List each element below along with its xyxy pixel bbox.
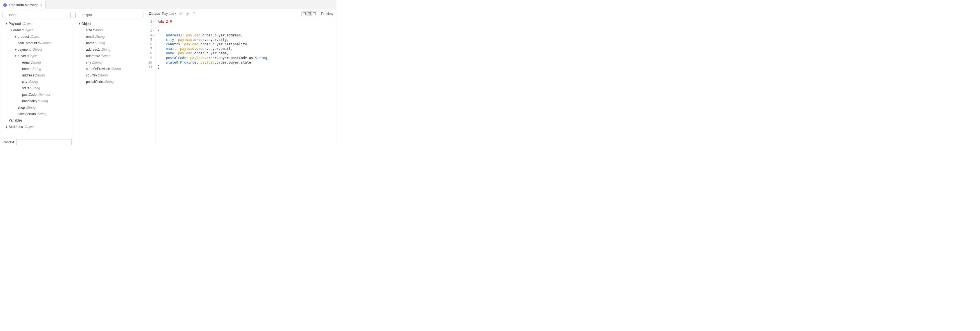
preview-button[interactable]: Preview	[321, 12, 333, 16]
payload-dropdown-label: Payload	[162, 12, 174, 16]
tree-row[interactable]: city : String	[73, 59, 146, 65]
line-number: 9	[148, 56, 155, 60]
tree-row[interactable]: item_amount : Number	[0, 40, 73, 46]
code-line[interactable]: %dw 2.0	[158, 19, 269, 24]
view-mode-group	[301, 11, 317, 16]
token-punc: .order.buyer.city,	[192, 38, 229, 42]
token-key: country	[166, 42, 180, 46]
fold-icon[interactable]: ⊖	[153, 33, 155, 37]
code-line[interactable]: address1: payload.order.buyer.address,	[158, 33, 269, 38]
tree-row[interactable]: Variables	[0, 117, 73, 124]
line-number: 10	[148, 60, 155, 65]
code-line[interactable]: country: payload.order.buyer.nationality…	[158, 42, 269, 46]
tree-row[interactable]: ▼Payload : Object	[0, 21, 73, 27]
tree-item-type: String	[94, 28, 103, 32]
view-mode-full[interactable]	[312, 11, 317, 16]
code-line[interactable]: city: payload.order.buyer.city,	[158, 38, 269, 42]
tree-item-type: String	[32, 60, 41, 64]
code-line[interactable]: postalCode: payload.order.buyer.postCode…	[158, 56, 269, 60]
token-key: city	[166, 38, 174, 42]
chevron-down-icon[interactable]: ▼	[10, 29, 13, 32]
tree-row[interactable]: ▼order : Object	[0, 27, 73, 33]
chevron-right-icon[interactable]: ▶	[5, 126, 8, 128]
tree-item-name: order :	[13, 28, 23, 32]
tree-row[interactable]: shop : String	[0, 104, 73, 111]
output-search[interactable]	[75, 12, 143, 18]
tree-item-type: String	[36, 73, 45, 77]
tree-row[interactable]: salesperson : String	[0, 111, 73, 117]
fold-icon[interactable]: ⊖	[153, 20, 155, 23]
chevron-down-icon[interactable]: ▼	[5, 22, 8, 25]
tree-row[interactable]: address : String	[0, 72, 73, 78]
tree-item-name: Variables	[9, 118, 22, 123]
code-line[interactable]: stateOrProvince: payload.order.buyer.sta…	[158, 60, 269, 65]
tree-row[interactable]: ▼buyer : Object	[0, 53, 73, 59]
tree-row[interactable]: size : String	[73, 27, 146, 33]
code-line[interactable]: email: payload.order.buyer.email,	[158, 46, 269, 51]
context-input[interactable]	[16, 139, 72, 145]
tree-row[interactable]: ▶payment : Object	[0, 46, 73, 53]
token-pad	[158, 60, 166, 64]
tree-row[interactable]: city : String	[0, 78, 73, 85]
editor-panel: Output Payload ▾	[146, 9, 336, 146]
token-pad	[158, 47, 166, 51]
tree-item-name: email :	[22, 60, 32, 64]
chevron-right-icon[interactable]: ▶	[14, 48, 17, 51]
tree-row[interactable]: ▶Attributes : Object	[0, 124, 73, 130]
title-bar: Transform Message ✕	[0, 0, 336, 9]
transform-icon	[3, 3, 7, 7]
token-pay: payload	[190, 56, 205, 60]
tree-row[interactable]: name : String	[73, 40, 146, 46]
code-line[interactable]: ---	[158, 24, 269, 28]
chevron-down-icon: ▾	[175, 12, 177, 15]
input-search[interactable]	[3, 12, 71, 18]
tree-row[interactable]: country : String	[73, 72, 146, 78]
edit-icon[interactable]	[186, 11, 190, 16]
payload-dropdown[interactable]: Payload ▾	[162, 12, 176, 16]
tree-row[interactable]: postalCode : String	[73, 78, 146, 85]
view-mode-notes[interactable]	[302, 11, 307, 16]
view-mode-split[interactable]	[307, 11, 312, 16]
tree-row[interactable]: address1 : String	[73, 46, 146, 53]
code-line[interactable]: name: payload.order.buyer.name,	[158, 51, 269, 56]
tree-row[interactable]: state : String	[0, 85, 73, 91]
tree-item-type: String	[96, 35, 105, 39]
tree-item-name: Payload :	[9, 22, 23, 26]
tree-row[interactable]: ▼Object	[73, 21, 146, 27]
add-target-icon[interactable]	[179, 11, 183, 16]
tree-row[interactable]: email : String	[73, 33, 146, 40]
tree-item-name: stateOrProvince :	[86, 67, 112, 71]
code-content[interactable]: %dw 2.0---{ address1: payload.order.buye…	[156, 18, 271, 146]
close-icon[interactable]: ✕	[40, 3, 43, 7]
tree-item-name: Object	[81, 22, 91, 26]
tree-item-type: Number	[39, 41, 51, 45]
token-punc: }	[158, 65, 160, 69]
tree-item-name: city :	[22, 80, 29, 84]
tree-row[interactable]: nationality : String	[0, 98, 73, 104]
code-line[interactable]: {	[158, 28, 269, 33]
chevron-down-icon[interactable]: ▼	[14, 55, 17, 57]
token-pad	[158, 56, 166, 60]
token-punc: {	[158, 29, 160, 32]
tree-item-type: String	[31, 86, 40, 90]
main-area: 🔍 ▼Payload : Object▼order : Object▶produ…	[0, 9, 336, 146]
fold-icon[interactable]: ⊖	[153, 29, 155, 32]
context-label: Context	[0, 140, 16, 144]
tree-item-type: Object	[32, 48, 42, 51]
tree-item-name: city :	[86, 60, 93, 64]
chevron-down-icon[interactable]: ▼	[78, 22, 81, 25]
tab-transform-message[interactable]: Transform Message ✕	[0, 0, 46, 9]
tree-row[interactable]: ▶product : Object	[0, 33, 73, 40]
tree-row[interactable]: postCode : Number	[0, 91, 73, 98]
tree-item-type: String	[39, 99, 48, 103]
chevron-right-icon[interactable]: ▶	[14, 35, 17, 38]
token-punc: .order.buyer.name,	[192, 51, 229, 55]
code-editor[interactable]: 1⊖23⊖4⊖567891011 %dw 2.0---{ address1: p…	[146, 18, 336, 146]
tree-row[interactable]: email : String	[0, 59, 73, 65]
tree-row[interactable]: name : String	[0, 65, 73, 72]
tree-row[interactable]: address2 : String	[73, 53, 146, 59]
trash-icon[interactable]	[192, 11, 197, 16]
tree-row[interactable]: stateOrProvince : String	[73, 65, 146, 72]
output-panel: 🔍 ▼Objectsize : Stringemail : Stringname…	[73, 9, 146, 146]
code-line[interactable]: }	[158, 65, 269, 69]
